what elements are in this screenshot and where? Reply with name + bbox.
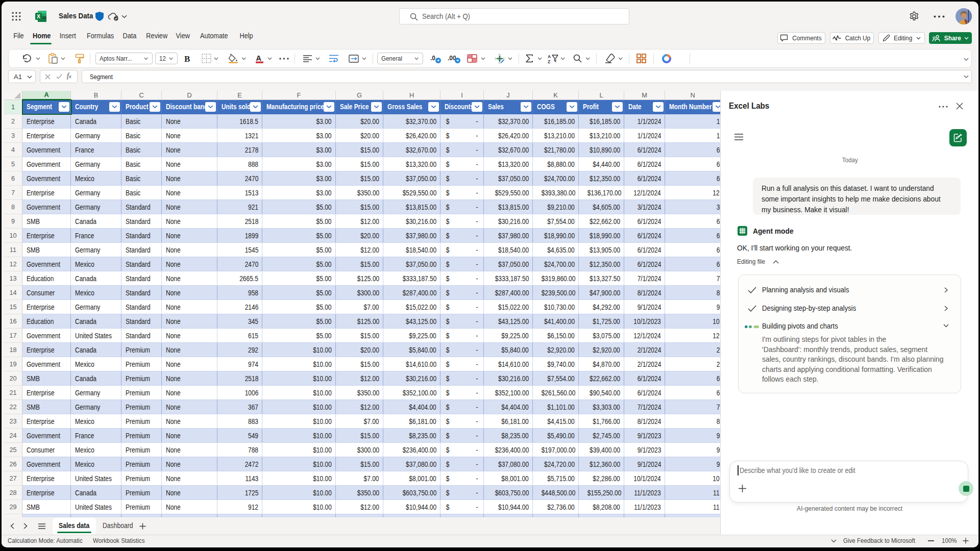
svg-text:A: A — [256, 54, 262, 62]
svg-text:.0: .0 — [430, 55, 435, 62]
svg-text:B: B — [184, 54, 190, 63]
svg-text:Z: Z — [548, 59, 550, 63]
svg-text:A: A — [548, 54, 551, 59]
svg-text:X: X — [37, 13, 40, 19]
